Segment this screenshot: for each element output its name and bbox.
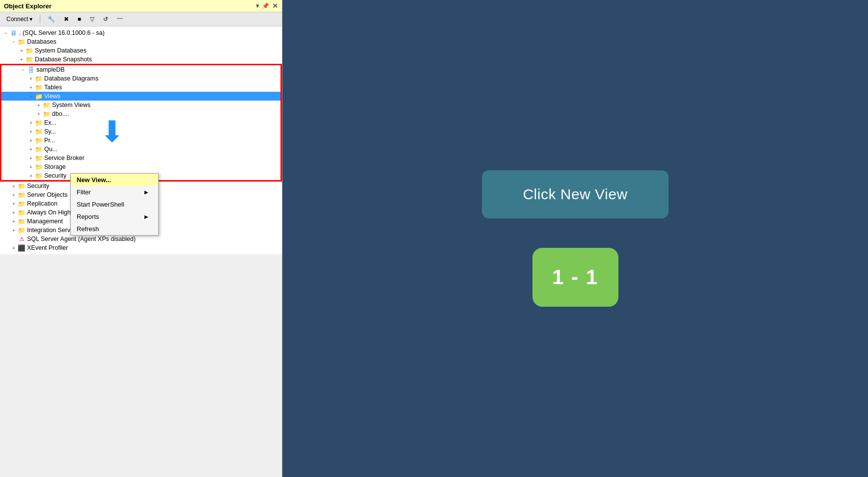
server-node[interactable]: − 🖥 . (SQL Server 16.0.1000.6 - sa) xyxy=(0,28,282,37)
xevent-expand[interactable]: + xyxy=(10,244,18,252)
databases-folder-icon: 📁 xyxy=(18,38,26,46)
synonyms-node[interactable]: + 📁 Sy... xyxy=(1,127,280,136)
pin-icon[interactable]: ▾ xyxy=(256,2,259,9)
tables-node[interactable]: + 📁 Tables xyxy=(1,83,280,92)
databases-expand[interactable]: − xyxy=(10,38,18,46)
xevent-label: XEvent Profiler xyxy=(27,244,282,251)
sampledb-expand[interactable]: − xyxy=(19,66,27,74)
server-label: . (SQL Server 16.0.1000.6 - sa) xyxy=(19,29,282,36)
external-expand[interactable]: + xyxy=(27,119,35,127)
db-snapshots-node[interactable]: + 📁 Database Snapshots xyxy=(0,55,282,64)
integration-expand[interactable]: + xyxy=(10,226,18,234)
connect-button[interactable]: Connect ▾ xyxy=(4,14,35,24)
click-new-view-label: Click New View xyxy=(523,186,627,202)
system-views-expand[interactable]: + xyxy=(35,101,43,109)
db-diagrams-label: Database Diagrams xyxy=(44,75,280,82)
system-databases-expand[interactable]: + xyxy=(18,47,26,54)
programmability-icon: 📁 xyxy=(35,136,43,144)
server-icon: 🖥 xyxy=(10,29,18,37)
system-databases-node[interactable]: + 📁 System Databases xyxy=(0,46,282,55)
dbo-views-expand[interactable]: + xyxy=(35,110,43,118)
sampledb-icon: 🗄 xyxy=(27,66,35,74)
system-databases-label: System Databases xyxy=(35,47,282,54)
management-expand[interactable]: + xyxy=(10,217,18,225)
xevent-node[interactable]: + ⬛ XEvent Profiler xyxy=(0,243,282,252)
storage-node[interactable]: + 📁 Storage xyxy=(1,162,280,171)
properties-button[interactable]: 🔧 xyxy=(45,14,57,24)
system-views-label: System Views xyxy=(52,102,280,108)
service-broker-icon: 📁 xyxy=(35,154,43,162)
ctx-reports[interactable]: Reports ▶ xyxy=(71,211,158,223)
ctx-start-powershell[interactable]: Start PowerShell xyxy=(71,198,158,211)
external-resources-node[interactable]: + 📁 Ex... xyxy=(1,118,280,127)
synonyms-label: Sy... xyxy=(44,128,280,135)
system-databases-icon: 📁 xyxy=(26,47,33,54)
ctx-reports-label: Reports xyxy=(77,213,99,220)
sql-agent-icon: ⚠ xyxy=(18,235,26,243)
close-icon[interactable]: ✕ xyxy=(272,2,278,10)
step-badge: 1 - 1 xyxy=(532,248,618,307)
tree-wrapper: − 🖥 . (SQL Server 16.0.1000.6 - sa) − 📁 … xyxy=(0,26,282,477)
sql-agent-expand xyxy=(10,235,18,243)
click-new-view-button[interactable]: Click New View xyxy=(482,170,669,218)
sql-agent-node[interactable]: ⚠ SQL Server Agent (Agent XPs disabled) xyxy=(0,235,282,243)
sampledb-node[interactable]: − 🗄 sampleDB xyxy=(1,65,280,74)
storage-expand[interactable]: + xyxy=(27,163,35,171)
ctx-filter[interactable]: Filter ▶ xyxy=(71,186,158,198)
stop-button[interactable]: ■ xyxy=(75,14,84,24)
object-explorer: Object Explorer ▾ 📌 ✕ Connect ▾ 🔧 ✖ ■ ▽ … xyxy=(0,0,282,477)
activity-monitor-button[interactable]: 〰 xyxy=(114,14,125,24)
db-snapshots-expand[interactable]: + xyxy=(18,55,26,63)
refresh-toolbar-button[interactable]: ↺ xyxy=(101,14,111,24)
external-label: Ex... xyxy=(44,119,280,126)
storage-icon: 📁 xyxy=(35,163,43,171)
dbo-views-node[interactable]: + 📁 dbo.... xyxy=(1,109,280,118)
programmability-expand[interactable]: + xyxy=(27,136,35,144)
sampledb-label: sampleDB xyxy=(36,66,280,73)
always-on-expand[interactable]: + xyxy=(10,209,18,216)
toolbar-separator-1 xyxy=(40,15,40,23)
management-icon: 📁 xyxy=(18,217,26,225)
views-node[interactable]: − 📁 Views xyxy=(1,92,280,101)
db-diagrams-node[interactable]: + 📁 Database Diagrams xyxy=(1,74,280,83)
ctx-refresh[interactable]: Refresh xyxy=(71,223,158,235)
programmability-label: Pr... xyxy=(44,137,280,144)
databases-node[interactable]: − 📁 Databases xyxy=(0,37,282,46)
tables-expand[interactable]: + xyxy=(27,83,35,91)
service-broker-expand[interactable]: + xyxy=(27,154,35,162)
storage-label: Storage xyxy=(44,163,280,170)
titlebar-title: Object Explorer xyxy=(4,2,52,10)
server-objects-expand[interactable]: + xyxy=(10,191,18,199)
replication-icon: 📁 xyxy=(18,200,26,208)
integration-icon: 📁 xyxy=(18,226,26,234)
titlebar-controls: ▾ 📌 ✕ xyxy=(256,2,278,10)
filter-button[interactable]: ▽ xyxy=(87,14,97,24)
programmability-node[interactable]: + 📁 Pr... xyxy=(1,136,280,145)
disconnect-button[interactable]: ✖ xyxy=(61,14,71,24)
xevent-icon: ⬛ xyxy=(18,244,26,252)
dock-icon[interactable]: 📌 xyxy=(262,2,269,9)
service-broker-node[interactable]: + 📁 Service Broker xyxy=(1,154,280,162)
server-security-expand[interactable]: + xyxy=(10,182,18,190)
right-panel: Click New View 1 - 1 xyxy=(282,0,868,477)
tables-icon: 📁 xyxy=(35,83,43,91)
replication-expand[interactable]: + xyxy=(10,200,18,208)
views-label: Views xyxy=(44,93,280,100)
ctx-new-view[interactable]: New View... xyxy=(71,174,158,186)
db-diagrams-expand[interactable]: + xyxy=(27,75,35,82)
system-views-icon: 📁 xyxy=(43,101,51,109)
query-store-label: Qu... xyxy=(44,146,280,153)
system-views-node[interactable]: + 📁 System Views xyxy=(1,101,280,109)
server-expand[interactable]: − xyxy=(2,29,10,37)
db-snapshots-icon: 📁 xyxy=(26,55,33,63)
sql-agent-label: SQL Server Agent (Agent XPs disabled) xyxy=(27,236,282,242)
sampledb-security-expand[interactable]: + xyxy=(27,172,35,180)
ctx-filter-label: Filter xyxy=(77,188,91,196)
query-store-node[interactable]: + 📁 Qu... xyxy=(1,145,280,154)
dbo-views-label: dbo.... xyxy=(52,110,280,117)
step-badge-text: 1 - 1 xyxy=(552,265,598,289)
query-store-expand[interactable]: + xyxy=(27,145,35,153)
views-expand[interactable]: − xyxy=(27,92,35,100)
views-icon: 📁 xyxy=(35,92,43,100)
synonyms-expand[interactable]: + xyxy=(27,128,35,135)
